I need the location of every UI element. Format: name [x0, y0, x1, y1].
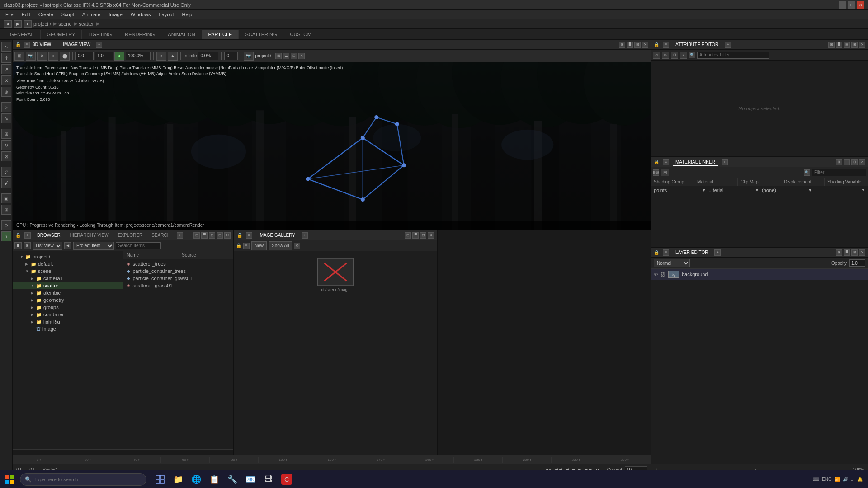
vp-val1-input[interactable] [75, 52, 94, 60]
viewport-list-btn[interactable]: ≣ [627, 42, 633, 48]
viewport-menu-btn[interactable]: ≡ [24, 42, 30, 48]
tool-translate[interactable]: ⊞ [1, 129, 11, 139]
attr-menu-btn[interactable]: ≡ [663, 42, 669, 48]
attr-tb4[interactable]: ≡ [680, 52, 687, 59]
attr-icon1[interactable]: ⊞ [828, 42, 835, 48]
tab-general[interactable]: GENERAL [4, 30, 41, 39]
vp-camera-btn[interactable]: 📷 [244, 52, 254, 61]
mat-menu-btn[interactable]: ≡ [663, 159, 669, 165]
vp-tb-btn1[interactable]: ⊞ [14, 52, 24, 61]
layer-close-btn[interactable]: ✕ [859, 249, 865, 256]
file-scatterer-grass[interactable]: ◈ scatterer_grass01 [123, 282, 234, 289]
menu-edit[interactable]: Edit [18, 11, 34, 18]
vp-tb-btn2[interactable]: 📷 [26, 52, 36, 61]
tab-custom[interactable]: CUSTOM [283, 30, 318, 39]
nav-back-button[interactable]: ◀ [4, 20, 12, 28]
tab-animation[interactable]: ANIMATION [161, 30, 202, 39]
vp-percent-input[interactable] [126, 52, 151, 60]
tool-arrow[interactable]: ↗ [1, 64, 11, 74]
vp-tb-btn4[interactable]: ○ [48, 52, 58, 61]
taskbar-app-browser[interactable]: 🌐 [188, 471, 204, 488]
browser-close-btn[interactable]: ✕ [224, 232, 231, 239]
browser-icon1[interactable]: ⊞ [193, 232, 200, 239]
tool-brush[interactable]: 🖌 [1, 178, 11, 188]
tree-alembic[interactable]: ▶ 📁 alembic [13, 289, 123, 296]
browser-nav-btn[interactable]: ◀ [64, 242, 71, 249]
vp-icon4[interactable]: ✕ [298, 53, 305, 59]
vp-tb-btn3[interactable]: ✕ [37, 52, 47, 61]
mat-edit-btn[interactable]: Edit [653, 169, 659, 176]
layer-icon1[interactable]: ⊞ [836, 249, 842, 256]
gallery-item-1[interactable]: ct:/scene/image [317, 258, 354, 292]
browser-menu-btn[interactable]: ≡ [24, 232, 31, 239]
tab-explorer[interactable]: EXPLORER [115, 232, 145, 239]
attr-icon2[interactable]: ≣ [836, 42, 842, 48]
tab-lighting[interactable]: LIGHTING [82, 30, 118, 39]
tool-info[interactable]: ℹ [1, 231, 11, 241]
layer-background-row[interactable]: 👁 🖼 bg background [651, 269, 868, 280]
attr-filter-input[interactable] [697, 52, 769, 59]
tree-camera1[interactable]: ▶ 📁 camera1 [13, 275, 123, 282]
vp-val2-input[interactable] [95, 52, 113, 60]
tool-x[interactable]: ✕ [1, 75, 11, 85]
gallery-show-all-btn[interactable]: Show All [269, 241, 292, 250]
tree-lightrig[interactable]: ▶ 📁 lightRig [13, 318, 123, 325]
attr-tb2[interactable]: ▷ [662, 52, 669, 59]
filter-select[interactable]: Project Item [73, 242, 114, 250]
attr-tb3[interactable]: ⊞ [671, 52, 678, 59]
search-items-input[interactable] [116, 242, 161, 249]
opacity-input[interactable] [849, 259, 865, 267]
close-button[interactable]: ✕ [857, 1, 864, 9]
tool-render[interactable]: ▣ [1, 193, 11, 203]
tool-settings[interactable]: ⚙ [1, 220, 11, 230]
taskbar-app-mail[interactable]: 📧 [242, 471, 259, 488]
tree-geometry[interactable]: ▶ 📁 geometry [13, 296, 123, 304]
tree-scene[interactable]: ▼ 📁 scene [13, 267, 123, 275]
tab-scattering[interactable]: SCATTERING [239, 30, 283, 39]
menu-animate[interactable]: Animate [79, 11, 104, 18]
vp-tb-arrow2[interactable]: ▲ [168, 52, 178, 61]
viewport-grid-btn[interactable]: ⊞ [619, 42, 625, 48]
taskbar-app-explorer[interactable]: 📁 [170, 471, 186, 488]
taskbar-search-bar[interactable]: 🔍 [20, 473, 146, 486]
tab-rendering[interactable]: RENDERING [118, 30, 161, 39]
browser-grid-btn[interactable]: ⊞ [24, 242, 31, 249]
menu-create[interactable]: Create [35, 11, 57, 18]
vp-val3[interactable] [198, 52, 218, 60]
browser-scrollbar[interactable] [13, 449, 233, 455]
attr-icon3[interactable]: ⊟ [844, 42, 850, 48]
tool-curve[interactable]: ∿ [1, 113, 11, 123]
tab-search[interactable]: SEARCH [149, 232, 173, 239]
menu-layout[interactable]: Layout [155, 11, 177, 18]
breadcrumb-project[interactable]: project:/ [33, 21, 51, 27]
gallery-menu-btn[interactable]: ≡ [246, 232, 252, 239]
gallery-new-btn[interactable]: New [251, 241, 267, 250]
menu-script[interactable]: Script [58, 11, 78, 18]
tree-combiner[interactable]: ▶ 📁 combiner [13, 311, 123, 318]
maximize-button[interactable]: □ [848, 1, 855, 9]
view-mode-select[interactable]: List View [33, 242, 62, 250]
tool-pointer[interactable]: ▷ [1, 102, 11, 112]
minimize-button[interactable]: — [839, 1, 846, 9]
tab-hierarchy[interactable]: HIERARCHY VIEW [67, 232, 112, 239]
mat-icon3[interactable]: ⊟ [851, 159, 858, 165]
vp-icon2[interactable]: ≣ [283, 53, 289, 59]
menu-image[interactable]: Image [105, 11, 126, 18]
add-view-button[interactable]: + [96, 42, 102, 48]
gallery-icon3[interactable]: ⊟ [420, 232, 426, 239]
browser-view-btn[interactable]: ≣ [14, 242, 22, 249]
mat-tb-icon[interactable]: ⊞ [661, 169, 669, 176]
tool-grid[interactable]: ⊞ [1, 205, 11, 215]
tree-groups[interactable]: ▶ 📁 groups [13, 304, 123, 311]
menu-windows[interactable]: Windows [127, 11, 155, 18]
tool-select[interactable]: ↖ [1, 42, 11, 52]
file-particle-grass[interactable]: ◆ particle_container_grass01 [123, 275, 234, 282]
layer-menu-btn[interactable]: ≡ [663, 249, 669, 256]
tree-default[interactable]: ▶ 📁 default [13, 260, 123, 267]
taskbar-app-files[interactable]: 📋 [206, 471, 222, 488]
tool-move[interactable]: ✛ [1, 53, 11, 63]
vp-tb-green[interactable]: ● [114, 52, 124, 61]
vp-icon3[interactable]: ⊟ [291, 53, 297, 59]
viewport-close-btn[interactable]: ✕ [642, 42, 648, 48]
gallery-tb-icon[interactable]: ≡ [243, 243, 250, 249]
